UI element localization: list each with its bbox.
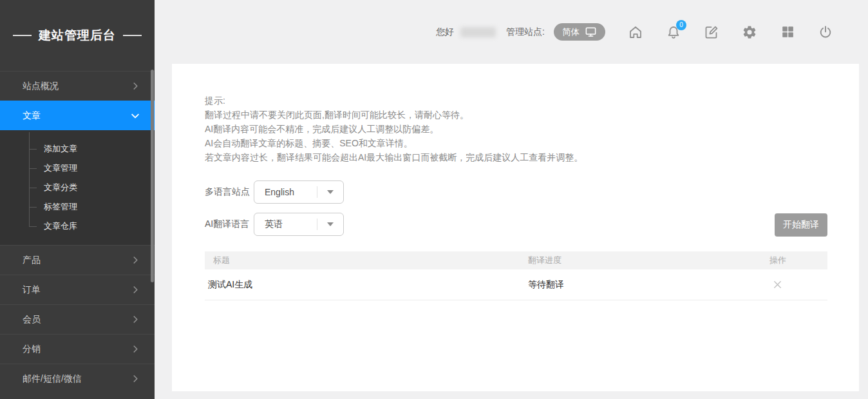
table-header-title: 标题 xyxy=(205,255,528,266)
sidebar-item-articles[interactable]: 文章 xyxy=(0,101,155,130)
sidebar-scrollbar[interactable] xyxy=(151,70,154,282)
app-title: 建站管理后台 xyxy=(0,0,155,71)
sidebar-item-label: 产品 xyxy=(23,255,41,266)
gear-icon xyxy=(742,24,757,40)
notifications-button[interactable]: 0 xyxy=(666,24,681,40)
table-header-progress: 翻译进度 xyxy=(528,255,769,266)
compose-button[interactable] xyxy=(704,24,719,40)
sidebar-subitem-article-management[interactable]: 文章管理 xyxy=(0,159,155,178)
app-title-text: 建站管理后台 xyxy=(39,27,116,44)
home-button[interactable] xyxy=(628,24,643,40)
language-pill-label: 简体 xyxy=(562,26,580,38)
subitem-label: 标签管理 xyxy=(44,202,77,211)
translation-table: 标题 翻译进度 操作 测试AI生成 等待翻译 xyxy=(205,251,827,300)
sidebar-item-label: 会员 xyxy=(23,314,41,326)
sidebar-item-members[interactable]: 会员 xyxy=(0,304,155,334)
sidebar: 建站管理后台 站点概况 文章 添加文章 文章管理 文章分类 标签管理 文章仓库 … xyxy=(0,0,155,399)
sidebar-subitem-add-article[interactable]: 添加文章 xyxy=(0,139,155,159)
chevron-right-icon xyxy=(131,315,140,324)
sidebar-subitem-tag-management[interactable]: 标签管理 xyxy=(0,197,155,217)
notification-badge: 0 xyxy=(676,20,686,30)
sidebar-item-label: 邮件/短信/微信 xyxy=(23,373,82,385)
select-divider xyxy=(317,186,317,198)
sidebar-item-distribution[interactable]: 分销 xyxy=(0,334,155,364)
dropdown-arrow-icon xyxy=(327,190,334,194)
table-header-row: 标题 翻译进度 操作 xyxy=(205,251,827,269)
sidebar-item-label: 分销 xyxy=(23,344,41,355)
articles-submenu: 添加文章 文章管理 文章分类 标签管理 文章仓库 xyxy=(0,130,155,245)
title-dash-right xyxy=(123,35,142,36)
apps-grid-icon xyxy=(780,24,795,39)
content-card: 提示: 翻译过程中请不要关闭此页面,翻译时间可能比较长，请耐心等待。 AI翻译内… xyxy=(172,64,859,391)
sidebar-subitem-article-categories[interactable]: 文章分类 xyxy=(0,178,155,197)
tips-line: AI翻译内容可能会不精准，完成后建议人工调整以防偏差。 xyxy=(205,122,583,136)
sidebar-item-orders[interactable]: 订单 xyxy=(0,275,155,304)
home-icon xyxy=(628,24,643,40)
ai-translate-language-label: AI翻译语言 xyxy=(205,219,254,230)
table-row: 测试AI生成 等待翻译 xyxy=(205,269,827,300)
monitor-icon xyxy=(585,26,597,38)
multilingual-site-label: 多语言站点 xyxy=(205,186,254,198)
chevron-down-icon xyxy=(130,111,140,121)
sidebar-item-label: 订单 xyxy=(23,284,41,296)
chevron-right-icon xyxy=(131,285,140,295)
tips-line: 若文章内容过长，翻译结果可能会超出AI最大输出窗口而被截断，完成后建议人工查看并… xyxy=(205,150,583,164)
sidebar-item-email-sms-wechat[interactable]: 邮件/短信/微信 xyxy=(0,364,155,393)
chevron-right-icon xyxy=(131,374,140,384)
settings-button[interactable] xyxy=(742,24,757,40)
chevron-right-icon xyxy=(131,255,140,265)
apps-button[interactable] xyxy=(780,24,795,40)
ai-translate-language-field: AI翻译语言 英语 xyxy=(205,213,344,236)
sidebar-subitem-article-repository[interactable]: 文章仓库 xyxy=(0,217,155,236)
tips-line: AI会自动翻译文章的标题、摘要、SEO和文章详情。 xyxy=(205,136,583,150)
manage-site-label: 管理站点: xyxy=(506,26,545,38)
select-value: English xyxy=(254,187,294,197)
remove-row-button[interactable] xyxy=(771,278,784,291)
close-icon xyxy=(773,280,782,289)
chevron-right-icon xyxy=(131,81,140,91)
table-header-actions: 操作 xyxy=(769,255,827,266)
power-icon xyxy=(818,24,833,40)
subitem-label: 添加文章 xyxy=(44,144,77,153)
sidebar-item-site-overview[interactable]: 站点概况 xyxy=(0,71,155,101)
subitem-label: 文章分类 xyxy=(44,182,77,192)
language-switch-button[interactable]: 简体 xyxy=(554,23,605,41)
subitem-label: 文章管理 xyxy=(44,163,77,173)
username-redacted xyxy=(460,27,496,37)
logout-button[interactable] xyxy=(818,24,833,40)
dropdown-arrow-icon xyxy=(327,222,334,226)
tips-line: 翻译过程中请不要关闭此页面,翻译时间可能比较长，请耐心等待。 xyxy=(205,108,583,122)
select-divider xyxy=(317,219,317,230)
compose-icon xyxy=(704,24,719,40)
start-translation-button[interactable]: 开始翻译 xyxy=(775,213,827,237)
select-value: 英语 xyxy=(254,219,283,230)
greeting-text: 您好 xyxy=(436,26,454,38)
sidebar-item-label: 站点概况 xyxy=(23,81,59,92)
ai-translate-language-select[interactable]: 英语 xyxy=(254,213,344,236)
tips-block: 提示: 翻译过程中请不要关闭此页面,翻译时间可能比较长，请耐心等待。 AI翻译内… xyxy=(205,93,583,164)
subitem-label: 文章仓库 xyxy=(44,221,77,231)
sidebar-item-products[interactable]: 产品 xyxy=(0,245,155,275)
tips-heading: 提示: xyxy=(205,93,583,108)
title-dash-left xyxy=(13,35,32,36)
multilingual-site-select[interactable]: English xyxy=(254,180,344,204)
topbar: 您好 管理站点: 简体 0 xyxy=(155,0,868,64)
multilingual-site-field: 多语言站点 English xyxy=(205,180,344,204)
article-title-cell: 测试AI生成 xyxy=(205,279,528,291)
sidebar-item-label: 文章 xyxy=(23,110,41,122)
chevron-right-icon xyxy=(131,344,140,354)
progress-cell: 等待翻译 xyxy=(528,279,769,291)
